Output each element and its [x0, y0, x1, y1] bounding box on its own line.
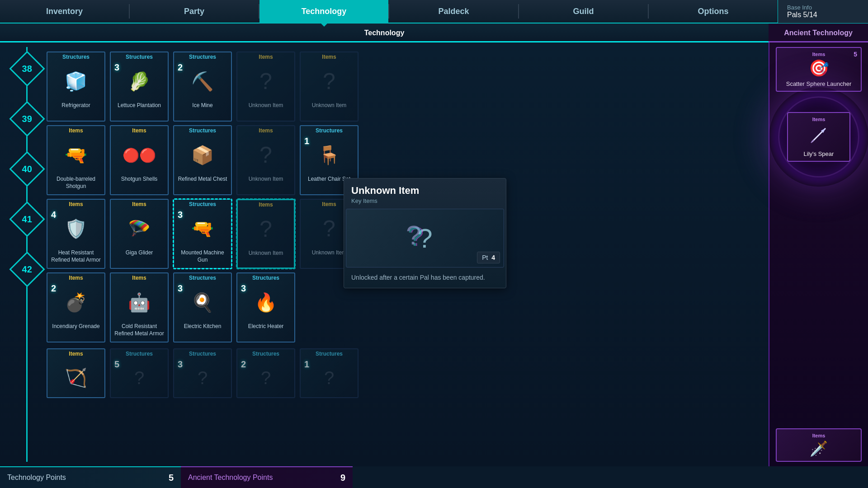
item-incendiary[interactable]: Items 2 💣 Incendiary Grenade: [47, 272, 105, 343]
item-name: Ice Mine: [189, 101, 215, 110]
level-42: 42: [22, 264, 32, 275]
section-technology[interactable]: Technology: [0, 23, 769, 42]
item-ice-mine[interactable]: Structures 2 ⛏️ Ice Mine: [173, 52, 232, 122]
tooltip-title: Unknown Item: [344, 178, 506, 197]
item-name: Refrigerator: [59, 101, 93, 110]
tab-paldeck[interactable]: Paldeck: [389, 0, 518, 23]
ancient-item-scatter[interactable]: Items 5 🎯 Scatter Sphere Launcher: [776, 47, 862, 92]
ancient-panel: Items 5 🎯 Scatter Sphere Launcher Items …: [769, 42, 868, 466]
tooltip-pt: Pt 4: [477, 252, 500, 263]
ancient-circle: Items Lily's Spear: [778, 96, 859, 178]
item-unknown-2[interactable]: Items ? Unknown Item: [300, 52, 359, 122]
item-name: Electric Kitchen: [181, 322, 224, 331]
tech-points-label: Technology Points: [7, 474, 163, 482]
item-name: Mounted Machine Gun: [174, 249, 231, 264]
tech-row-42: Items 🏹 Structures 5 ? Structures 3 ?: [45, 346, 769, 400]
item-row42-4[interactable]: Structures 2 ?: [236, 348, 295, 398]
ancient-points-label: Ancient Technology Points: [188, 474, 335, 482]
top-navigation: Inventory Party Technology Paldeck Guild…: [0, 0, 868, 23]
section-bar: Technology Ancient Technology: [0, 23, 868, 42]
item-double-shotgun[interactable]: Items 🔫 Double-barreled Shotgun: [47, 125, 105, 195]
item-name: Unknown Item: [246, 101, 286, 110]
item-name: Refined Metal Chest: [175, 175, 230, 184]
item-row42-5[interactable]: Structures 1 ?: [300, 348, 359, 398]
tooltip-pt-value: 4: [491, 254, 495, 261]
tooltip-description: Unlocked after a certain Pal has been ca…: [344, 267, 506, 288]
tech-tree-area: 38 39 40 41: [0, 42, 769, 466]
item-name: Double-barreled Shotgun: [47, 175, 104, 191]
tab-party[interactable]: Party: [130, 0, 259, 23]
item-name: Electric Heater: [245, 322, 287, 331]
base-info-title: Base Info: [787, 4, 859, 11]
item-electric-heater[interactable]: Structures 3 🔥 Electric Heater: [236, 272, 295, 343]
item-name: Shotgun Shells: [118, 175, 160, 184]
item-refined-chest[interactable]: Structures 📦 Refined Metal Chest: [173, 125, 232, 195]
item-unknown-4[interactable]: Items ? Unknown Item: [236, 199, 295, 269]
tab-inventory[interactable]: Inventory: [0, 0, 129, 23]
item-electric-kitchen[interactable]: Structures 3 🍳 Electric Kitchen: [173, 272, 232, 343]
tooltip-image: ? ? ?: [407, 220, 443, 256]
tooltip-subtitle: Key Items: [344, 197, 506, 209]
item-name: Heat Resistant Refined Metal Armor: [47, 249, 104, 264]
tooltip-image-area: ? ? ? Pt 4: [346, 209, 504, 267]
item-name: Unknown Item: [246, 249, 286, 258]
item-refrigerator[interactable]: Structures 🧊 Refrigerator: [47, 52, 105, 122]
spear-icon: [807, 124, 830, 146]
item-row42-3[interactable]: Structures 3 ?: [173, 348, 232, 398]
base-info-pals: Pals 5/14: [787, 11, 859, 19]
bottom-bar: Technology Points 5 Ancient Technology P…: [0, 466, 868, 488]
ancient-item-bottom[interactable]: Items 🗡️: [776, 428, 862, 462]
level-40: 40: [22, 164, 32, 174]
item-row42-2[interactable]: Structures 5 ?: [110, 348, 169, 398]
level-39: 39: [22, 114, 32, 124]
item-name: Unknown Item: [309, 101, 349, 110]
item-row42-1[interactable]: Items 🏹: [47, 348, 105, 398]
item-name: Incendiary Grenade: [49, 322, 102, 331]
item-name: Cold Resistant Refined Metal Armor: [111, 322, 168, 338]
tab-technology[interactable]: Technology: [259, 0, 388, 23]
item-unknown-3[interactable]: Items ? Unknown Item: [236, 125, 295, 195]
base-info-panel: Base Info Pals 5/14: [778, 0, 868, 23]
item-machine-gun[interactable]: Structures 3 🔫 Mounted Machine Gun: [173, 199, 232, 269]
tech-points-bar: Technology Points 5: [0, 466, 181, 488]
item-name: Giga Glider: [123, 249, 156, 258]
item-name: Lettuce Plantation: [115, 101, 164, 110]
item-cold-armor[interactable]: Items 🤖 Cold Resistant Refined Metal Arm…: [110, 272, 169, 343]
ancient-points-value: 9: [340, 473, 345, 483]
item-unknown-1[interactable]: Items ? Unknown Item: [236, 52, 295, 122]
item-tooltip: Unknown Item Key Items ? ? ? Pt 4 Unlock…: [344, 178, 506, 288]
tab-guild[interactable]: Guild: [519, 0, 648, 23]
item-name: Unknown Item: [246, 175, 286, 184]
ancient-points-bar: Ancient Technology Points 9: [181, 466, 353, 488]
tech-row-38: Structures 🧊 Refrigerator Structures 3 🥬…: [45, 52, 769, 122]
item-giga-glider[interactable]: Items 🪂 Giga Glider: [110, 199, 169, 269]
level-41: 41: [22, 214, 32, 225]
item-heat-armor[interactable]: Items 4 🛡️ Heat Resistant Refined Metal …: [47, 199, 105, 269]
tech-points-value: 5: [169, 473, 174, 483]
item-lettuce[interactable]: Structures 3 🥬 Lettuce Plantation: [110, 52, 169, 122]
ancient-item-lily-spear[interactable]: Items Lily's Spear: [787, 112, 850, 162]
tab-options[interactable]: Options: [649, 0, 778, 23]
section-ancient[interactable]: Ancient Technology: [769, 23, 868, 42]
item-shotgun-shells[interactable]: Items 🔴🔴 Shotgun Shells: [110, 125, 169, 195]
level-38: 38: [22, 64, 32, 74]
